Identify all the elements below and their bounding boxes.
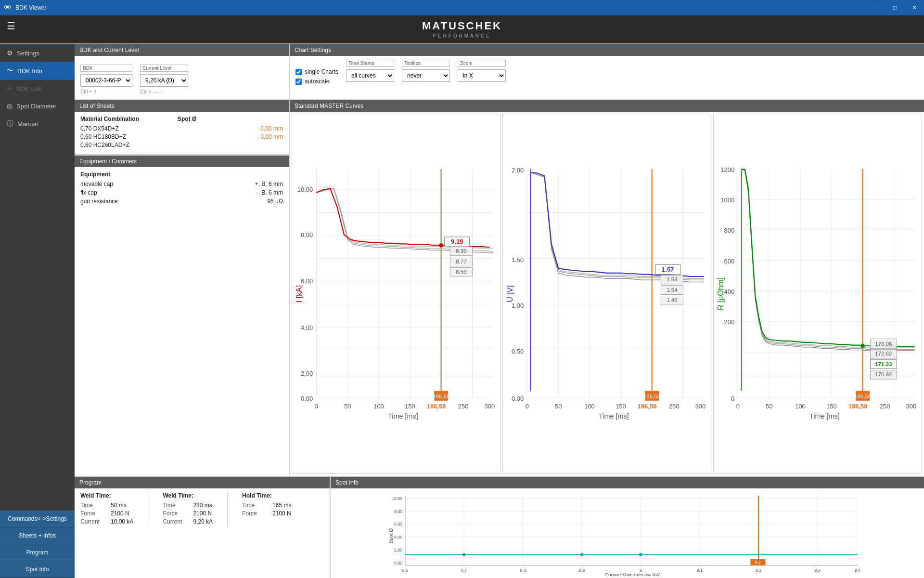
prog-key-1-2: Current xyxy=(80,518,107,525)
current-select[interactable]: 9,20 kA (D) xyxy=(140,74,188,87)
tooltips-label: Tooltips xyxy=(402,60,450,67)
tooltips-select[interactable]: never always on hover xyxy=(402,69,450,82)
sheet-row-1: 0,60 HC180BD+Z 0,00 mm xyxy=(80,133,283,140)
wave-icon: 〜 xyxy=(7,66,13,75)
svg-text:1.57: 1.57 xyxy=(662,266,674,273)
sidebar-label-bdk-info: BDK Info xyxy=(17,67,42,75)
bdk-select[interactable]: 00002-3-66-P xyxy=(80,74,132,87)
brand-sub: PERFORMANCE xyxy=(433,33,491,39)
svg-text:0: 0 xyxy=(526,403,529,410)
material-2: 0,60 HC260LAD+Z xyxy=(80,142,129,148)
svg-text:100: 100 xyxy=(584,403,595,410)
prog-val-3-1: 2100 N xyxy=(272,510,291,517)
circle-icon: ◎ xyxy=(7,102,13,110)
hamburger-menu[interactable]: ☰ xyxy=(7,20,15,32)
svg-text:150: 150 xyxy=(826,403,837,410)
svg-text:8,7: 8,7 xyxy=(461,568,467,573)
prog-val-1-1: 2100 N xyxy=(111,510,129,517)
svg-text:300: 300 xyxy=(695,403,706,410)
sidebar-label-manual: Manual xyxy=(17,120,38,128)
chart-voltage[interactable]: U [V] xyxy=(502,114,711,474)
svg-text:1,50: 1,50 xyxy=(512,256,524,263)
svg-text:100: 100 xyxy=(795,403,806,410)
autoscale-checkbox-row[interactable]: autoscale xyxy=(295,78,338,85)
prog-key-2-0: Time xyxy=(163,502,189,509)
svg-text:9,2: 9,2 xyxy=(756,568,761,573)
program-button[interactable]: Program xyxy=(0,544,75,561)
timestamp-select[interactable]: all curves none last curve xyxy=(346,69,394,82)
chart-current[interactable]: I [kA] xyxy=(292,114,500,474)
svg-text:0,00: 0,00 xyxy=(394,561,402,565)
svg-text:9,4: 9,4 xyxy=(855,568,860,573)
single-charts-checkbox-row[interactable]: single Charts xyxy=(295,68,338,75)
prog-val-2-2: 9,20 kA xyxy=(193,518,213,525)
svg-text:1.54: 1.54 xyxy=(667,276,678,282)
prog-row-1-2: Current 10,00 kA xyxy=(80,518,133,525)
spotinfo-header: Spot Info xyxy=(331,477,924,488)
zoom-select[interactable]: in X in Y in XY none xyxy=(458,69,506,82)
prog-col-1: Weld Time: Time 50 ms Force 2100 N Curre… xyxy=(80,492,133,526)
svg-text:150: 150 xyxy=(405,403,415,410)
sidebar-item-settings[interactable]: ⚙ Settings xyxy=(0,44,75,62)
svg-text:186,58: 186,58 xyxy=(638,403,657,410)
svg-text:300: 300 xyxy=(906,403,917,410)
svg-point-114 xyxy=(860,344,865,348)
middle-row: List of Sheets Material Combination Spot… xyxy=(75,100,924,476)
prog-val-3-0: 165 ms xyxy=(272,502,291,509)
sidebar-item-manual[interactable]: ⓘ Manual xyxy=(0,115,75,133)
single-charts-checkbox[interactable] xyxy=(295,69,302,75)
close-button[interactable]: ✕ xyxy=(905,0,924,15)
prog-row-2-1: Force 2100 N xyxy=(163,510,213,517)
svg-text:Spot Ø: Spot Ø xyxy=(388,528,394,543)
svg-text:250: 250 xyxy=(669,403,680,410)
svg-text:170.92: 170.92 xyxy=(875,371,892,377)
sidebar-item-bdk-edit: ✏ BDK Edit xyxy=(0,80,75,97)
weld-time-label-2: Weld Time: xyxy=(163,492,213,499)
svg-text:186,58: 186,58 xyxy=(643,394,660,399)
svg-text:150: 150 xyxy=(616,403,626,410)
svg-text:10,00: 10,00 xyxy=(297,186,313,193)
bdk-panel-body: BDK 00002-3-66-P Ctrl + II Current Level… xyxy=(75,56,289,99)
prog-separator-2 xyxy=(227,492,228,526)
autoscale-checkbox[interactable] xyxy=(295,79,302,85)
sidebar-item-bdk-info[interactable]: 〜 BDK Info xyxy=(0,62,75,80)
svg-text:8,00: 8,00 xyxy=(301,231,313,238)
prog-row-1-1: Force 2100 N xyxy=(80,510,133,517)
minimize-button[interactable]: ─ xyxy=(866,0,886,15)
prog-row-3-0: Time 165 ms xyxy=(242,502,291,509)
material-0: 0,70 DX54D+Z xyxy=(80,125,119,132)
pencil-icon: ✏ xyxy=(7,85,13,92)
svg-text:4,00: 4,00 xyxy=(394,535,402,539)
single-charts-label: single Charts xyxy=(305,68,338,75)
svg-point-36 xyxy=(439,243,443,248)
spot-info-button[interactable]: Spot Info xyxy=(0,561,75,578)
autoscale-label: autoscale xyxy=(305,78,329,85)
zoom-label: Zoom xyxy=(458,60,506,67)
bdk-panel-header: BDK and Current Level xyxy=(75,44,289,56)
svg-text:4,00: 4,00 xyxy=(301,324,313,331)
chart-resistance[interactable]: R [μOhm] xyxy=(713,114,922,474)
equipment-header: Equipment / Comment xyxy=(75,156,289,167)
program-columns: Weld Time: Time 50 ms Force 2100 N Curre… xyxy=(80,492,324,526)
prog-col-2: Weld Time: Time 280 ms Force 2100 N Curr… xyxy=(163,492,213,526)
material-1: 0,60 HC180BD+Z xyxy=(80,133,126,140)
maximize-button[interactable]: □ xyxy=(886,0,905,15)
svg-text:186,58: 186,58 xyxy=(433,394,449,399)
weld-time-label-1: Weld Time: xyxy=(80,492,133,499)
left-panels: List of Sheets Material Combination Spot… xyxy=(75,100,289,476)
prog-val-2-0: 280 ms xyxy=(193,502,212,509)
info-icon: ⓘ xyxy=(7,119,13,128)
bdk-group: BDK 00002-3-66-P Ctrl + II xyxy=(80,65,132,94)
spotinfo-panel: Spot Info Spot Ø 10,00 8,00 6,00 4,00 2,… xyxy=(331,477,924,578)
commands-settings-button[interactable]: Commands<->Settings xyxy=(0,511,75,527)
svg-text:800: 800 xyxy=(724,227,735,234)
equip-name-2: gun resistance xyxy=(80,198,118,205)
app-title: BDK Viewer xyxy=(15,4,46,11)
titlebar: 👁 BDK Viewer ─ □ ✕ xyxy=(0,0,924,15)
checkboxes-group: single Charts autoscale xyxy=(295,68,338,87)
svg-text:Time [ms]: Time [ms] xyxy=(388,412,418,420)
sidebar-item-spot-diameter[interactable]: ◎ Spot Diameter xyxy=(0,97,75,115)
sidebar-bottom: Commands<->Settings Sheets + Infos Progr… xyxy=(0,511,75,578)
sheets-panel: List of Sheets Material Combination Spot… xyxy=(75,100,289,154)
sheets-infos-button[interactable]: Sheets + Infos xyxy=(0,527,75,544)
